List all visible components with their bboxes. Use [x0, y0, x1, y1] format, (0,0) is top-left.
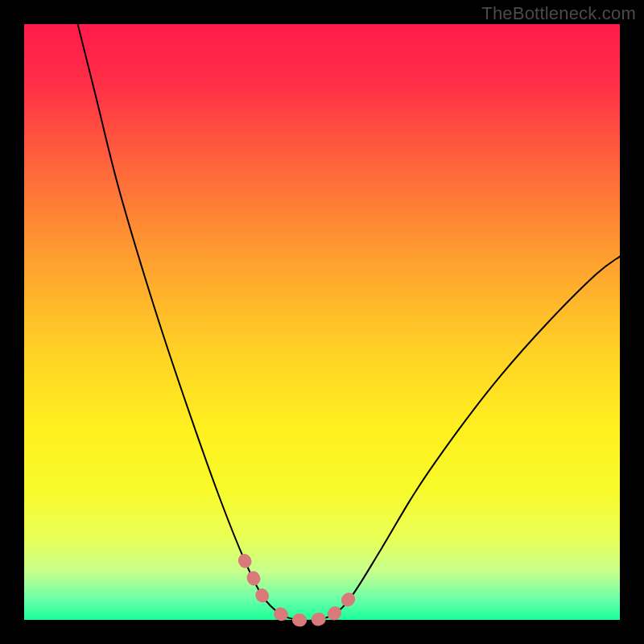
watermark-text: TheBottleneck.com: [481, 3, 636, 24]
chart-svg: [0, 0, 644, 644]
plot-area: [24, 24, 620, 620]
chart-frame: TheBottleneck.com: [0, 0, 644, 644]
